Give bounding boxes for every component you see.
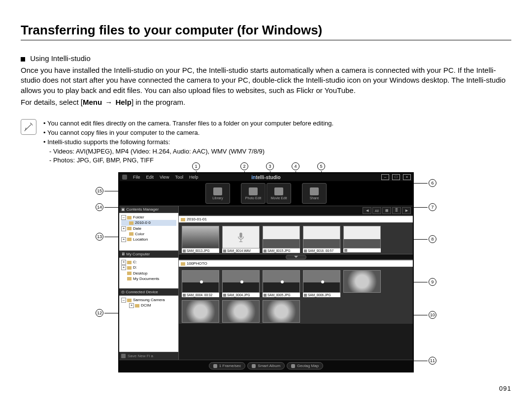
thumbnail[interactable] bbox=[343, 270, 381, 297]
thumbnail[interactable] bbox=[182, 300, 219, 323]
thumbnail[interactable] bbox=[263, 300, 300, 323]
thumbnail[interactable]: SAM_0013.JPG bbox=[182, 226, 219, 253]
framerate-button[interactable]: 1 Frame/sec bbox=[209, 362, 245, 370]
tree-row[interactable]: +DCIM bbox=[121, 303, 176, 308]
thumbnail-grid-top: SAM_0013.JPG SAM_0014.WAV SAM_0015.JPG S… bbox=[179, 223, 413, 254]
callout-num: 7 bbox=[429, 203, 436, 211]
window-controls: – □ × bbox=[381, 174, 411, 180]
type-icon bbox=[304, 249, 307, 252]
thumbnail-grid-bottom: SAM_0004. 00:32 SAM_0004.JPG SAM_0005.JP… bbox=[179, 267, 413, 324]
thumb-caption: SAM_0016. 00:57 bbox=[308, 249, 333, 252]
panel-divider[interactable] bbox=[179, 254, 413, 260]
photo-edit-button[interactable]: Photo Edit bbox=[241, 183, 266, 204]
menu-help[interactable]: Help bbox=[189, 175, 199, 180]
callout-num: 14 bbox=[96, 203, 103, 211]
thumbnail[interactable] bbox=[222, 300, 260, 323]
tree-row[interactable]: My Documents bbox=[121, 276, 176, 281]
view-all-button[interactable]: All bbox=[372, 207, 381, 214]
note-item: You cannot edit files directly on the ca… bbox=[43, 119, 333, 128]
geotag-button[interactable]: Geotag Map bbox=[287, 362, 323, 370]
note-box: You cannot edit files directly on the ca… bbox=[21, 119, 511, 165]
callout-num: 12 bbox=[96, 309, 103, 317]
device-tree[interactable]: –Samsung Camera +DCIM bbox=[119, 296, 178, 352]
callout-num: 15 bbox=[96, 187, 103, 195]
menu-view[interactable]: View bbox=[160, 175, 169, 180]
album-icon bbox=[252, 364, 256, 368]
app-window: File Edit View Tool Help intelli-studio … bbox=[118, 172, 414, 372]
tree-row[interactable]: Desktop bbox=[121, 271, 176, 276]
folder-icon bbox=[181, 218, 185, 221]
movie-edit-button[interactable]: Movie Edit bbox=[266, 183, 291, 204]
tree-row[interactable]: –Samsung Camera bbox=[121, 297, 176, 303]
thumbnail[interactable]: SAM_0006.JPG bbox=[303, 270, 340, 297]
svg-rect-0 bbox=[239, 233, 242, 238]
callout-9: 9 bbox=[413, 278, 436, 286]
smart-album-button[interactable]: Smart Album bbox=[247, 362, 285, 370]
menu-file[interactable]: File bbox=[133, 175, 140, 180]
toolbar-label: Movie Edit bbox=[271, 196, 287, 200]
callout-num: 5 bbox=[317, 162, 325, 170]
thumbnail[interactable]: SAM_0004. 00:32 bbox=[182, 270, 219, 297]
view-next-icon[interactable]: ▶ bbox=[402, 207, 411, 214]
callout-num: 8 bbox=[429, 235, 436, 243]
callout-12: 12 bbox=[96, 309, 119, 317]
thumb-caption: SAM_0014.WAV bbox=[227, 249, 251, 252]
share-button[interactable]: Share bbox=[302, 183, 327, 204]
note-subitem: - Photos: JPG, GIF, BMP, PNG, TIFF bbox=[49, 156, 333, 165]
callout-6: 6 bbox=[413, 179, 436, 187]
tree-row-selected[interactable]: 2010-0 0 bbox=[121, 220, 176, 225]
section-title: 100PHOTO bbox=[187, 261, 207, 266]
tree-row[interactable]: +Location bbox=[121, 237, 176, 242]
intro-paragraph: Once you have installed the Intelli-stud… bbox=[21, 65, 511, 95]
screenshot-figure: 1 2 3 4 5 15 14 13 12 6 7 8 9 10 11 File… bbox=[118, 172, 414, 372]
view-prev-icon[interactable]: ◀ bbox=[363, 207, 371, 214]
thumbnail[interactable]: SAM_0015.JPG bbox=[263, 226, 300, 253]
tree-row[interactable]: +C: bbox=[121, 259, 176, 265]
app-logo: intelli-studio bbox=[251, 175, 280, 180]
section-header-date[interactable]: 2010-01-01 bbox=[179, 216, 413, 223]
tree-row[interactable]: –Folder bbox=[121, 215, 176, 220]
close-icon[interactable]: × bbox=[403, 174, 411, 180]
toolbar-label: Library bbox=[212, 196, 223, 200]
tree-row[interactable]: +Date bbox=[121, 226, 176, 231]
note-subitem: - Videos: AVI(MJPEG), MP4 (Video: H.264,… bbox=[49, 147, 333, 156]
tree-row[interactable]: Color bbox=[121, 231, 176, 237]
mycomputer-tree[interactable]: +C: +D: Desktop My Documents bbox=[119, 258, 178, 288]
callout-num: 13 bbox=[96, 233, 103, 241]
bottom-label: 1 Frame/sec bbox=[219, 364, 241, 368]
menu-edit[interactable]: Edit bbox=[146, 175, 154, 180]
menu-label: Menu bbox=[83, 98, 102, 106]
save-new-file-button[interactable]: Save New Fi a bbox=[119, 352, 178, 360]
view-grid-icon[interactable]: ▦ bbox=[382, 207, 391, 214]
thumbnail[interactable]: SAM_0014.WAV bbox=[222, 226, 260, 253]
type-icon bbox=[304, 294, 307, 297]
callout-num: 1 bbox=[192, 162, 200, 170]
subhead-text: Using Intelli-studio bbox=[30, 54, 91, 62]
panel-title: Connected Device bbox=[126, 290, 158, 294]
callout-num: 11 bbox=[429, 357, 436, 365]
share-icon bbox=[310, 187, 319, 195]
thumbnail[interactable]: SAM_0005.JPG bbox=[263, 270, 300, 297]
thumb-caption: SAM_0005.JPG bbox=[267, 293, 291, 297]
toolbar-label: Photo Edit bbox=[245, 196, 261, 200]
maximize-icon[interactable]: □ bbox=[392, 174, 400, 180]
chevron-down-icon bbox=[286, 255, 306, 259]
library-button[interactable]: Library bbox=[205, 183, 230, 204]
callout-num: 9 bbox=[429, 278, 436, 286]
minimize-icon[interactable]: – bbox=[381, 174, 389, 180]
help-line-suffix: ] in the program. bbox=[132, 98, 185, 106]
menu-tool[interactable]: Tool bbox=[175, 175, 183, 180]
panel-title: Contents Manager bbox=[126, 207, 159, 212]
section-header-device[interactable]: 100PHOTO bbox=[179, 260, 413, 267]
thumbnail[interactable]: SAM_0016. 00:57 bbox=[303, 226, 340, 253]
view-list-icon[interactable]: ≣ bbox=[392, 207, 401, 214]
callout-13: 13 bbox=[96, 233, 119, 241]
library-icon bbox=[213, 187, 222, 195]
thumbnail[interactable] bbox=[343, 226, 381, 253]
thumb-caption: SAM_0013.JPG bbox=[187, 249, 210, 252]
logo-part: -studio bbox=[264, 175, 280, 180]
contents-tree[interactable]: –Folder 2010-0 0 +Date Color +Location bbox=[119, 213, 178, 250]
contents-manager-header: ▣ Contents Manager bbox=[119, 206, 178, 213]
tree-row[interactable]: +D: bbox=[121, 265, 176, 270]
thumbnail[interactable]: SAM_0004.JPG bbox=[222, 270, 260, 297]
